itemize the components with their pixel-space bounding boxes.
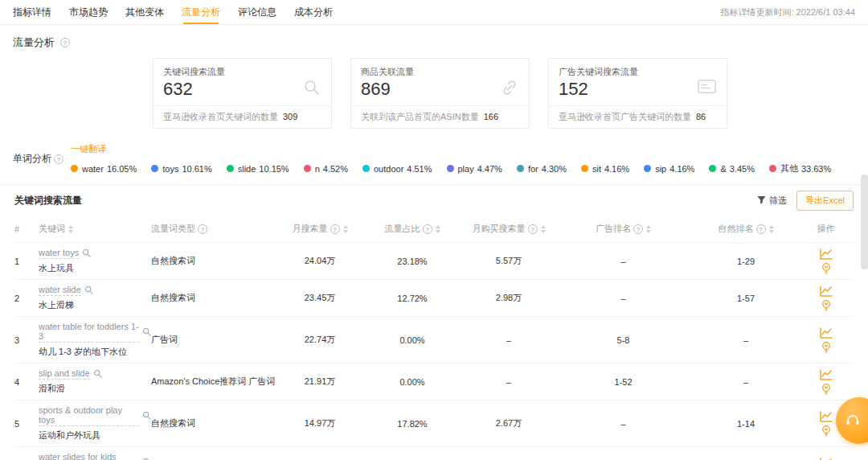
nav-tabs: 指标详情 市场趋势 其他变体 流量分析 评论信息 成本分析: [13, 0, 333, 24]
traffic-share: 17.82%: [360, 400, 465, 447]
organic-rank: 2-31: [694, 447, 798, 460]
col-traffic-share[interactable]: 流量占比: [360, 216, 465, 243]
keyword-link[interactable]: water toys: [39, 248, 79, 259]
sort-icon[interactable]: [436, 225, 440, 233]
link-icon: [501, 79, 518, 99]
stat-cards: 关键词搜索流量 632 亚马逊收录首页关键词的数量309 商品关联流量 869 …: [153, 58, 868, 129]
col-keyword[interactable]: 关键词: [39, 216, 151, 243]
trend-chart-icon[interactable]: [820, 369, 833, 380]
legend-word: water: [82, 164, 104, 174]
legend-dot: [517, 165, 524, 172]
legend-dot: [447, 165, 454, 172]
tab-reviews[interactable]: 评论信息: [238, 0, 276, 24]
keyword-analysis-icon[interactable]: [84, 285, 93, 296]
keyword-analysis-icon[interactable]: [93, 369, 102, 380]
legend-dot: [769, 165, 776, 172]
help-icon[interactable]: [60, 38, 70, 47]
col-label: 自然排名: [719, 223, 754, 235]
keyword-insight-icon[interactable]: [821, 383, 832, 395]
tab-market-trends[interactable]: 市场趋势: [69, 0, 108, 24]
one-click-translate-link[interactable]: 一键翻译: [71, 144, 106, 154]
help-icon[interactable]: [528, 224, 538, 234]
ad-rank: 5-8: [553, 317, 694, 363]
legend-word: play: [458, 164, 474, 174]
sort-icon[interactable]: [343, 225, 348, 233]
help-icon[interactable]: [756, 224, 766, 234]
scrollbar-thumb[interactable]: [861, 175, 868, 269]
legend-word: slide: [238, 164, 256, 174]
keyword-link[interactable]: slip and slide: [39, 368, 90, 380]
sort-icon[interactable]: [769, 225, 774, 233]
legend-item: water 16.05%: [71, 164, 137, 174]
help-icon[interactable]: [54, 154, 63, 164]
legend-word: sip: [655, 164, 666, 174]
col-monthly-purchase-volume[interactable]: 月购买搜索量: [465, 216, 553, 243]
organic-rank: 1-29: [694, 243, 798, 280]
sort-icon[interactable]: [68, 225, 73, 233]
word-analysis-title: 单词分析: [13, 152, 51, 166]
row-index: 6: [14, 447, 39, 460]
row-index: 1: [14, 243, 39, 280]
help-icon[interactable]: [330, 224, 340, 234]
col-organic-rank[interactable]: 自然排名: [694, 216, 798, 243]
tab-traffic-analysis[interactable]: 流量分析: [182, 0, 220, 24]
legend-word: outdoor: [374, 164, 403, 174]
legend-word: for: [528, 164, 538, 174]
keyword-insight-icon[interactable]: [821, 341, 832, 353]
keyword-analysis-icon[interactable]: [142, 458, 151, 460]
keyword-link[interactable]: water slide: [39, 285, 81, 296]
top-nav: 指标详情 市场趋势 其他变体 流量分析 评论信息 成本分析 指标详情更新时间: …: [0, 0, 868, 25]
keyword-link[interactable]: water table for toddlers 1-3: [39, 322, 139, 343]
help-icon[interactable]: [633, 224, 643, 234]
card-footer-value: 309: [283, 112, 297, 121]
legend-percent: 4.30%: [542, 164, 567, 174]
legend-item: sit 4.16%: [581, 164, 629, 174]
legend-item: sip 4.16%: [644, 164, 694, 174]
legend-percent: 16.05%: [107, 164, 137, 174]
word-analysis-section: 单词分析 一键翻译 water 16.05% toys 10.61%: [0, 143, 868, 175]
col-label: 月搜索量: [293, 223, 328, 235]
help-icon[interactable]: [423, 224, 432, 234]
traffic-share: 1.16%: [360, 447, 465, 460]
col-label: 流量词类型: [151, 223, 195, 235]
keyword-insight-icon[interactable]: [821, 425, 832, 437]
sort-icon[interactable]: [541, 225, 546, 233]
sort-icon[interactable]: [646, 225, 651, 233]
trend-chart-icon[interactable]: [820, 458, 833, 460]
help-icon[interactable]: [198, 224, 207, 234]
keyword-insight-icon[interactable]: [821, 262, 832, 274]
trend-chart-icon[interactable]: [820, 327, 833, 339]
legend-dot: [581, 165, 588, 172]
keyword-analysis-icon[interactable]: [82, 248, 91, 259]
ad-rank: –: [553, 280, 694, 317]
traffic-share: 0.00%: [360, 363, 465, 400]
keyword-link[interactable]: water slides for kids backyard: [39, 452, 139, 460]
keyword-link[interactable]: sports & outdoor play toys: [39, 405, 139, 426]
keyword-analysis-icon[interactable]: [142, 327, 151, 338]
trend-chart-icon[interactable]: [820, 411, 833, 422]
monthly-search-volume: 24.04万: [280, 243, 360, 280]
card-footer-label: 亚马逊收录首页广告关键词的数量: [559, 112, 691, 121]
trend-chart-icon[interactable]: [820, 248, 833, 260]
legend-word: sit: [592, 164, 601, 174]
legend-item: & 3.45%: [709, 164, 755, 174]
card-value: 152: [559, 79, 717, 100]
monthly-search-volume: 14.97万: [280, 400, 360, 447]
metrics-updated-time: 指标详情更新时间: 2022/6/1 03:44: [720, 6, 855, 18]
search-icon: [303, 79, 321, 99]
ad-card-icon: [698, 79, 716, 97]
filter-button[interactable]: 筛选: [757, 195, 787, 207]
export-excel-button[interactable]: 导出Excel: [796, 191, 854, 211]
card-label: 商品关联流量: [361, 66, 519, 78]
tab-cost-analysis[interactable]: 成本分析: [294, 0, 333, 24]
legend-item: play 4.47%: [447, 164, 502, 174]
col-monthly-search-volume[interactable]: 月搜索量: [280, 216, 360, 243]
col-label: 广告排名: [596, 223, 631, 235]
tab-other-variants[interactable]: 其他变体: [125, 0, 164, 24]
keyword-insight-icon[interactable]: [821, 299, 832, 311]
tab-metric-details[interactable]: 指标详情: [13, 0, 51, 24]
col-ad-rank[interactable]: 广告排名: [553, 216, 694, 243]
trend-chart-icon[interactable]: [820, 285, 833, 297]
ad-rank: 1-52: [553, 363, 694, 400]
keyword-analysis-icon[interactable]: [142, 411, 151, 421]
